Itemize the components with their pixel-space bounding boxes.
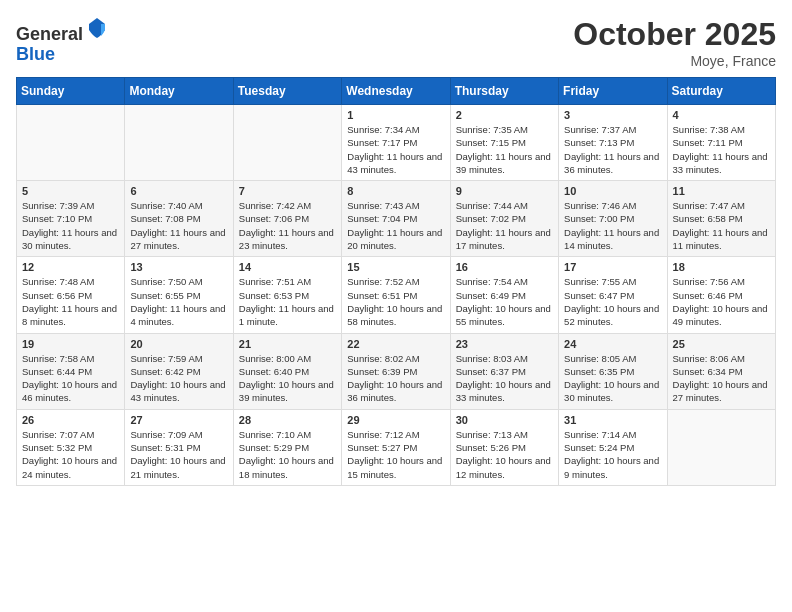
- day-info: Sunrise: 8:05 AM Sunset: 6:35 PM Dayligh…: [564, 352, 661, 405]
- day-info: Sunrise: 7:55 AM Sunset: 6:47 PM Dayligh…: [564, 275, 661, 328]
- day-info: Sunrise: 7:12 AM Sunset: 5:27 PM Dayligh…: [347, 428, 444, 481]
- day-number: 6: [130, 185, 227, 197]
- calendar-day-cell: 24Sunrise: 8:05 AM Sunset: 6:35 PM Dayli…: [559, 333, 667, 409]
- day-info: Sunrise: 7:39 AM Sunset: 7:10 PM Dayligh…: [22, 199, 119, 252]
- calendar-table: SundayMondayTuesdayWednesdayThursdayFrid…: [16, 77, 776, 486]
- day-number: 18: [673, 261, 770, 273]
- day-info: Sunrise: 7:09 AM Sunset: 5:31 PM Dayligh…: [130, 428, 227, 481]
- calendar-day-cell: 26Sunrise: 7:07 AM Sunset: 5:32 PM Dayli…: [17, 409, 125, 485]
- calendar-day-cell: 7Sunrise: 7:42 AM Sunset: 7:06 PM Daylig…: [233, 181, 341, 257]
- calendar-day-cell: 5Sunrise: 7:39 AM Sunset: 7:10 PM Daylig…: [17, 181, 125, 257]
- day-number: 21: [239, 338, 336, 350]
- calendar-week-row: 26Sunrise: 7:07 AM Sunset: 5:32 PM Dayli…: [17, 409, 776, 485]
- day-info: Sunrise: 7:56 AM Sunset: 6:46 PM Dayligh…: [673, 275, 770, 328]
- day-info: Sunrise: 8:00 AM Sunset: 6:40 PM Dayligh…: [239, 352, 336, 405]
- calendar-day-cell: 30Sunrise: 7:13 AM Sunset: 5:26 PM Dayli…: [450, 409, 558, 485]
- day-number: 11: [673, 185, 770, 197]
- day-number: 30: [456, 414, 553, 426]
- calendar-day-cell: 31Sunrise: 7:14 AM Sunset: 5:24 PM Dayli…: [559, 409, 667, 485]
- day-info: Sunrise: 7:42 AM Sunset: 7:06 PM Dayligh…: [239, 199, 336, 252]
- day-number: 7: [239, 185, 336, 197]
- day-number: 14: [239, 261, 336, 273]
- day-info: Sunrise: 7:37 AM Sunset: 7:13 PM Dayligh…: [564, 123, 661, 176]
- day-of-week-header: Wednesday: [342, 78, 450, 105]
- calendar-day-cell: [233, 105, 341, 181]
- day-number: 20: [130, 338, 227, 350]
- calendar-day-cell: 28Sunrise: 7:10 AM Sunset: 5:29 PM Dayli…: [233, 409, 341, 485]
- calendar-day-cell: 23Sunrise: 8:03 AM Sunset: 6:37 PM Dayli…: [450, 333, 558, 409]
- day-info: Sunrise: 7:40 AM Sunset: 7:08 PM Dayligh…: [130, 199, 227, 252]
- calendar-day-cell: 21Sunrise: 8:00 AM Sunset: 6:40 PM Dayli…: [233, 333, 341, 409]
- day-of-week-header: Tuesday: [233, 78, 341, 105]
- day-info: Sunrise: 7:14 AM Sunset: 5:24 PM Dayligh…: [564, 428, 661, 481]
- logo-general: General: [16, 24, 83, 44]
- calendar-day-cell: 17Sunrise: 7:55 AM Sunset: 6:47 PM Dayli…: [559, 257, 667, 333]
- calendar-day-cell: [667, 409, 775, 485]
- calendar-day-cell: 27Sunrise: 7:09 AM Sunset: 5:31 PM Dayli…: [125, 409, 233, 485]
- location: Moye, France: [573, 53, 776, 69]
- day-number: 29: [347, 414, 444, 426]
- month-title: October 2025: [573, 16, 776, 53]
- calendar-day-cell: [125, 105, 233, 181]
- day-number: 16: [456, 261, 553, 273]
- calendar-day-cell: 14Sunrise: 7:51 AM Sunset: 6:53 PM Dayli…: [233, 257, 341, 333]
- calendar-day-cell: 15Sunrise: 7:52 AM Sunset: 6:51 PM Dayli…: [342, 257, 450, 333]
- day-info: Sunrise: 7:54 AM Sunset: 6:49 PM Dayligh…: [456, 275, 553, 328]
- day-info: Sunrise: 7:34 AM Sunset: 7:17 PM Dayligh…: [347, 123, 444, 176]
- day-number: 5: [22, 185, 119, 197]
- calendar-day-cell: 11Sunrise: 7:47 AM Sunset: 6:58 PM Dayli…: [667, 181, 775, 257]
- calendar-day-cell: 22Sunrise: 8:02 AM Sunset: 6:39 PM Dayli…: [342, 333, 450, 409]
- calendar-day-cell: 25Sunrise: 8:06 AM Sunset: 6:34 PM Dayli…: [667, 333, 775, 409]
- calendar-day-cell: 20Sunrise: 7:59 AM Sunset: 6:42 PM Dayli…: [125, 333, 233, 409]
- day-number: 17: [564, 261, 661, 273]
- day-number: 24: [564, 338, 661, 350]
- day-number: 2: [456, 109, 553, 121]
- calendar-day-cell: 12Sunrise: 7:48 AM Sunset: 6:56 PM Dayli…: [17, 257, 125, 333]
- calendar-week-row: 12Sunrise: 7:48 AM Sunset: 6:56 PM Dayli…: [17, 257, 776, 333]
- day-info: Sunrise: 7:13 AM Sunset: 5:26 PM Dayligh…: [456, 428, 553, 481]
- calendar-day-cell: 3Sunrise: 7:37 AM Sunset: 7:13 PM Daylig…: [559, 105, 667, 181]
- calendar-day-cell: 19Sunrise: 7:58 AM Sunset: 6:44 PM Dayli…: [17, 333, 125, 409]
- day-number: 4: [673, 109, 770, 121]
- calendar-day-cell: 1Sunrise: 7:34 AM Sunset: 7:17 PM Daylig…: [342, 105, 450, 181]
- calendar-day-cell: 16Sunrise: 7:54 AM Sunset: 6:49 PM Dayli…: [450, 257, 558, 333]
- logo: General Blue: [16, 16, 109, 65]
- day-number: 3: [564, 109, 661, 121]
- day-info: Sunrise: 7:46 AM Sunset: 7:00 PM Dayligh…: [564, 199, 661, 252]
- calendar-day-cell: 9Sunrise: 7:44 AM Sunset: 7:02 PM Daylig…: [450, 181, 558, 257]
- day-info: Sunrise: 8:03 AM Sunset: 6:37 PM Dayligh…: [456, 352, 553, 405]
- calendar-day-cell: 13Sunrise: 7:50 AM Sunset: 6:55 PM Dayli…: [125, 257, 233, 333]
- calendar-day-cell: 10Sunrise: 7:46 AM Sunset: 7:00 PM Dayli…: [559, 181, 667, 257]
- day-info: Sunrise: 7:35 AM Sunset: 7:15 PM Dayligh…: [456, 123, 553, 176]
- day-of-week-header: Sunday: [17, 78, 125, 105]
- day-number: 12: [22, 261, 119, 273]
- day-info: Sunrise: 7:50 AM Sunset: 6:55 PM Dayligh…: [130, 275, 227, 328]
- day-info: Sunrise: 7:44 AM Sunset: 7:02 PM Dayligh…: [456, 199, 553, 252]
- logo-blue: Blue: [16, 44, 55, 64]
- day-number: 1: [347, 109, 444, 121]
- day-number: 8: [347, 185, 444, 197]
- day-number: 26: [22, 414, 119, 426]
- page-header: General Blue October 2025 Moye, France: [16, 16, 776, 69]
- calendar-week-row: 5Sunrise: 7:39 AM Sunset: 7:10 PM Daylig…: [17, 181, 776, 257]
- day-number: 15: [347, 261, 444, 273]
- calendar-day-cell: 8Sunrise: 7:43 AM Sunset: 7:04 PM Daylig…: [342, 181, 450, 257]
- calendar-week-row: 1Sunrise: 7:34 AM Sunset: 7:17 PM Daylig…: [17, 105, 776, 181]
- day-of-week-header: Friday: [559, 78, 667, 105]
- day-info: Sunrise: 7:43 AM Sunset: 7:04 PM Dayligh…: [347, 199, 444, 252]
- day-info: Sunrise: 8:06 AM Sunset: 6:34 PM Dayligh…: [673, 352, 770, 405]
- day-number: 22: [347, 338, 444, 350]
- day-info: Sunrise: 7:47 AM Sunset: 6:58 PM Dayligh…: [673, 199, 770, 252]
- day-number: 31: [564, 414, 661, 426]
- day-number: 23: [456, 338, 553, 350]
- day-info: Sunrise: 8:02 AM Sunset: 6:39 PM Dayligh…: [347, 352, 444, 405]
- title-block: October 2025 Moye, France: [573, 16, 776, 69]
- calendar-day-cell: 18Sunrise: 7:56 AM Sunset: 6:46 PM Dayli…: [667, 257, 775, 333]
- calendar-week-row: 19Sunrise: 7:58 AM Sunset: 6:44 PM Dayli…: [17, 333, 776, 409]
- calendar-header-row: SundayMondayTuesdayWednesdayThursdayFrid…: [17, 78, 776, 105]
- day-number: 28: [239, 414, 336, 426]
- day-info: Sunrise: 7:51 AM Sunset: 6:53 PM Dayligh…: [239, 275, 336, 328]
- day-number: 25: [673, 338, 770, 350]
- calendar-day-cell: [17, 105, 125, 181]
- calendar-day-cell: 4Sunrise: 7:38 AM Sunset: 7:11 PM Daylig…: [667, 105, 775, 181]
